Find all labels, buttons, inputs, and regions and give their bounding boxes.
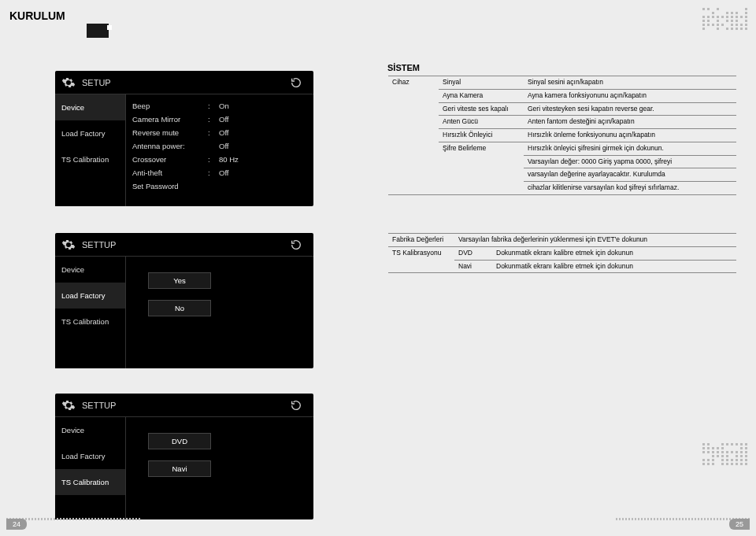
- table-row: CihazSinyalSinyal sesini açın/kapatın: [388, 76, 736, 90]
- sidebar: Device Load Factory TS Calibration: [55, 94, 126, 206]
- setting-value: On: [219, 102, 307, 110]
- sidebar-item-ts-calibration[interactable]: TS Calibration: [55, 469, 125, 495]
- setting-row[interactable]: Set Password: [132, 179, 307, 193]
- sidebar-item-device[interactable]: Device: [55, 417, 125, 443]
- sidebar-item-ts-calibration[interactable]: TS Calibration: [55, 146, 125, 172]
- dot-matrix-bottom: [702, 443, 748, 465]
- cell: Varsayılan fabrika değerlerinin yüklenme…: [454, 234, 736, 247]
- cell: DVD: [454, 246, 492, 260]
- panel-title: SETTUP: [82, 401, 116, 410]
- cell: Anten Gücü: [439, 116, 524, 129]
- cell: Hırsızlık önleme fonksiyonunu açın/kapat…: [524, 129, 736, 142]
- footer-dots-left: [6, 518, 140, 520]
- cell: Navi: [454, 260, 492, 273]
- cell: Dokunmatik ekranı kalibre etmek için dok…: [492, 260, 736, 273]
- factory-ts-explanation-table: Fabrika DeğerleriVarsayılan fabrika değe…: [388, 233, 736, 273]
- sidebar: Device Load Factory TS Calibration: [55, 417, 126, 519]
- undo-icon[interactable]: [290, 238, 302, 251]
- sidebar-item-ts-calibration[interactable]: TS Calibration: [55, 309, 125, 335]
- setting-row[interactable]: Reverse mute:Off: [132, 126, 307, 139]
- setting-value: [219, 182, 307, 190]
- cell: Varsayılan değer: 0000 Giriş yapma 0000,…: [524, 155, 736, 168]
- setup-panel-load-factory: SETTUP Device Load Factory TS Calibratio…: [55, 233, 313, 368]
- page-number-left: 24: [6, 519, 27, 530]
- setting-label: Beep: [132, 102, 208, 110]
- cell: cihazlar kilitlenirse varsayılan kod şif…: [524, 182, 736, 195]
- colon: :: [208, 115, 219, 124]
- tab-deco: [87, 24, 109, 38]
- sidebar-item-device[interactable]: Device: [55, 94, 125, 120]
- cell: Geri viteste ses kapalı: [439, 102, 524, 116]
- cell: Ayna kamera fonksiyonunu açın/kapatın: [524, 89, 736, 102]
- setting-row[interactable]: Antenna power:Off: [132, 139, 307, 153]
- setting-label: Crossover: [132, 155, 208, 164]
- setting-label: Set Password: [132, 182, 208, 190]
- settings-list: Beep:OnCamera Mirror:OffReverse mute:Off…: [126, 94, 313, 206]
- cell: Sinyal sesini açın/kapatın: [524, 76, 736, 90]
- yes-button[interactable]: Yes: [148, 272, 211, 289]
- setting-row[interactable]: Anti-theft:Off: [132, 166, 307, 179]
- panel-header: SETTUP: [55, 394, 313, 417]
- navi-button[interactable]: Navi: [148, 460, 211, 477]
- setting-row[interactable]: Beep:On: [132, 99, 307, 113]
- setting-row[interactable]: Crossover:80 Hz: [132, 153, 307, 166]
- setting-value: Off: [219, 142, 307, 150]
- setting-value: Off: [219, 128, 307, 137]
- colon: [208, 142, 219, 150]
- table-row: Anten GücüAnten fantom desteğini açın/ka…: [388, 116, 736, 129]
- setting-label: Antenna power:: [132, 142, 208, 150]
- panel-header: SETUP: [55, 71, 313, 94]
- gear-icon: [61, 76, 76, 90]
- device-explanation-table: CihazSinyalSinyal sesini açın/kapatınAyn…: [388, 76, 736, 195]
- colon: [208, 182, 219, 190]
- setting-label: Reverse mute: [132, 128, 208, 137]
- cell: Geri vitesteyken sesi kapatın reverse ge…: [524, 102, 736, 116]
- cell: varsayılan değerine ayarlayacaktır. Kuru…: [524, 168, 736, 182]
- gear-icon: [61, 238, 76, 252]
- cell: Anten fantom desteğini açın/kapatın: [524, 116, 736, 129]
- sidebar-item-device[interactable]: Device: [55, 257, 125, 283]
- no-button[interactable]: No: [148, 300, 211, 316]
- colon: :: [208, 128, 219, 137]
- colon: :: [208, 168, 219, 177]
- sidebar-item-load-factory[interactable]: Load Factory: [55, 120, 125, 146]
- cell: Dokunmatik ekranı kalibre etmek için dok…: [492, 246, 736, 260]
- dvd-button[interactable]: DVD: [148, 433, 211, 449]
- gear-icon: [61, 398, 76, 412]
- page-header: KURULUM: [9, 9, 65, 22]
- setting-label: Anti-theft: [132, 168, 208, 177]
- table-row: Geri viteste ses kapalıGeri vitesteyken …: [388, 102, 736, 116]
- setup-panel-device: SETUP Device Load Factory TS Calibration…: [55, 71, 313, 206]
- setting-value: 80 Hz: [219, 155, 307, 164]
- table-row: Hırsızlık ÖnleyiciHırsızlık önleme fonks…: [388, 129, 736, 142]
- sidebar: Device Load Factory TS Calibration: [55, 257, 126, 368]
- colon: :: [208, 102, 219, 110]
- table-row: Fabrika DeğerleriVarsayılan fabrika değe…: [388, 234, 736, 247]
- cell: Ayna Kamera: [439, 89, 524, 102]
- setup-panel-ts-calibration: SETTUP Device Load Factory TS Calibratio…: [55, 394, 313, 519]
- undo-icon[interactable]: [290, 76, 302, 89]
- cell: Fabrika Değerleri: [388, 234, 454, 247]
- setting-value: Off: [219, 168, 307, 177]
- panel-title: SETTUP: [82, 240, 116, 250]
- sidebar-item-load-factory[interactable]: Load Factory: [55, 443, 125, 469]
- setting-label: Camera Mirror: [132, 115, 208, 124]
- table-row: Şifre BelirlemeHırsızlık önleyici şifres…: [388, 142, 736, 155]
- colon: :: [208, 155, 219, 164]
- panel-header: SETTUP: [55, 233, 313, 257]
- cell: Hırsızlık Önleyici: [439, 129, 524, 142]
- setting-row[interactable]: Camera Mirror:Off: [132, 113, 307, 126]
- cell: Sinyal: [439, 76, 524, 90]
- cell: Şifre Belirleme: [439, 142, 524, 194]
- sidebar-item-load-factory[interactable]: Load Factory: [55, 283, 125, 309]
- undo-icon[interactable]: [290, 399, 302, 412]
- section-title: SİSTEM: [387, 63, 420, 72]
- cell: TS Kalibrasyonu: [388, 246, 454, 273]
- page-number-right: 25: [729, 519, 750, 530]
- setting-value: Off: [219, 115, 307, 124]
- table-row: Ayna KameraAyna kamera fonksiyonunu açın…: [388, 89, 736, 102]
- dot-matrix-top: [702, 8, 748, 30]
- table-row: TS KalibrasyonuDVDDokunmatik ekranı kali…: [388, 246, 736, 260]
- cell: Hırsızlık önleyici şifresini girmek için…: [524, 142, 736, 155]
- cell: Cihaz: [388, 76, 439, 195]
